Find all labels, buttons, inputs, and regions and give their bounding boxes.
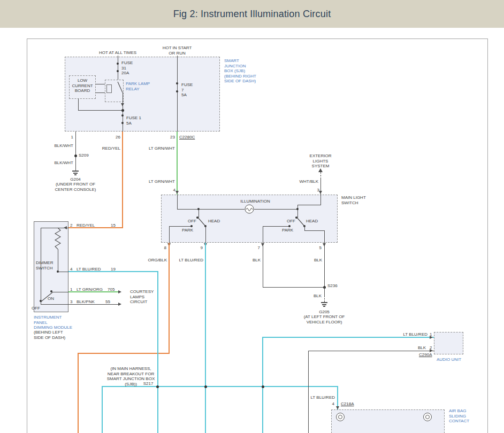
low-current-board-label: LOW CURRENT BOARD: [70, 78, 95, 94]
audio-unit-label: AUDIO UNIT: [427, 357, 470, 362]
wire-blk-audio-down: [308, 351, 309, 433]
lt-blu-red-label: LT BLU/RED: [170, 258, 203, 263]
splice-s236-label: S236: [327, 283, 343, 289]
courtesy-lamps-label: COURTESY LAMPS CIRCUIT: [130, 289, 158, 305]
wire-org-blk-vertical: [169, 243, 170, 354]
ground-g204-icon: [73, 173, 78, 174]
ground-g204-icon: [72, 171, 79, 172]
illumination-lamp-icon: [245, 204, 254, 214]
junction-dot: [204, 385, 207, 388]
wire-blk-wht: [75, 132, 76, 171]
sjb-label: SMART JUNCTION BOX (SJB) (BEHIND RIGHT S…: [224, 58, 272, 84]
fuse31-terminal-bottom: [117, 70, 119, 72]
page: Fig 2: Instrument Illumination Circuit H…: [0, 0, 504, 433]
right-off-label: OFF: [277, 219, 295, 224]
fuse7-terminal-bottom: [176, 90, 178, 92]
wire-relay-output: [123, 92, 123, 102]
wire-lt-blu-red-dimmer: [68, 271, 158, 272]
wire-dashed-link: [320, 172, 321, 179]
audio-wire-2-label: BLK: [402, 345, 426, 351]
fuse1-label: FUSE 1 5A: [126, 115, 148, 126]
lt-blu-red-bottom-label: LT BLU/RED: [297, 395, 335, 400]
wire-org-blk-down: [78, 353, 79, 433]
blk-wht-upper-label: BLK/WHT: [41, 143, 73, 149]
mls-wire: [324, 230, 325, 243]
wire-fuse7-branch: [177, 56, 178, 132]
sjb-pin-23: 23: [160, 135, 175, 140]
switch-contact-dot: [50, 290, 52, 292]
clockspring-icon: [338, 415, 342, 419]
mls-wire: [169, 226, 170, 243]
airbag-label: AIR BAG SLIDING CONTACT: [449, 408, 486, 424]
wire-blk-pin7: [263, 243, 263, 288]
lt-grn-wht-lower-label: LT GRN/WHT: [143, 179, 175, 184]
connector-c2280c: C2280C: [179, 135, 198, 140]
blk-label: BLK: [302, 258, 322, 263]
clockspring-icon: [425, 415, 430, 419]
wire-red-yel-vertical: [122, 132, 123, 228]
dimmer-on-label: ON: [48, 296, 62, 301]
figure-title-bar: Fig 2: Instrument Illumination Circuit: [0, 0, 504, 28]
offpage-arrow-right-icon: [118, 290, 121, 293]
wire-lt-grn-org: [68, 291, 118, 292]
junction-dot: [121, 109, 124, 112]
offpage-arrow-up-icon: [318, 168, 323, 172]
flow-arrow-left-icon: [64, 226, 67, 229]
flow-arrow-down-icon: [121, 103, 124, 106]
org-blk-label: ORG/BLK: [135, 258, 167, 263]
red-yel-label: RED/YEL: [88, 146, 120, 151]
right-head-label: HEAD: [306, 219, 324, 224]
relay-coil-symbol: [106, 84, 112, 93]
wire-blk-pin7-across: [263, 287, 325, 288]
switch-contact-dot: [288, 225, 291, 227]
mls-pin-8: 8: [154, 245, 166, 251]
flow-arrow-down-icon: [319, 191, 322, 194]
main-light-switch-label: MAIN LIGHT SWITCH: [341, 195, 379, 205]
dimmer-wire: [58, 249, 58, 272]
fuse7-terminal-top: [176, 82, 178, 84]
mls-wire: [263, 226, 291, 227]
wire-blk-pnk: [68, 304, 118, 305]
mls-pin-4: 4: [163, 188, 175, 193]
fuse31-terminal-top: [117, 63, 119, 65]
junction-dot: [296, 208, 299, 210]
wire-relay-to-fuse1: [123, 102, 123, 132]
fuse1-terminal-bottom: [121, 122, 124, 124]
flow-arrow-right-icon: [430, 336, 433, 339]
hot-in-start-or-run-label: HOT IN START OR RUN: [150, 45, 204, 56]
mls-wire: [320, 195, 321, 205]
wire-lcb-relay-a: [96, 84, 105, 84]
junction-dot: [197, 208, 200, 210]
wire-lcb-relay-b: [96, 92, 105, 93]
ground-g205-icon: [322, 304, 326, 305]
mls-pin-5: 5: [309, 245, 322, 251]
ground-g205-icon: [321, 302, 327, 303]
right-park-label: PARK: [282, 228, 300, 233]
left-off-label: OFF: [179, 219, 196, 224]
ground-g204-location: (UNDER FRONT OF CENTER CONSOLE): [43, 182, 108, 192]
mls-wire: [304, 226, 305, 230]
left-head-label: HEAD: [208, 219, 226, 224]
dimming-module-label: INSTRUMENT PANEL DIMMING MODULE: [34, 315, 79, 330]
junction-dot: [262, 385, 264, 388]
fuse31-label: FUSE 31 20A: [121, 60, 138, 76]
ground-g204-icon: [74, 174, 77, 175]
offpage-arrow-right-icon: [118, 303, 121, 306]
dimmer-wire: [41, 304, 68, 305]
audio-unit-box: [434, 332, 463, 354]
dimmer-switch-label: DIMMER SWITCH: [36, 260, 63, 270]
wire-org-blk-horizontal: [78, 353, 170, 354]
wire-lt-grn-wht: [177, 132, 178, 195]
exterior-lights-system-label: EXTERIOR LIGHTS SYSTEM: [299, 153, 342, 169]
wiring-diagram-canvas: HOT AT ALL TIMES HOT IN START OR RUN SMA…: [27, 38, 488, 433]
mls-pin-7: 7: [247, 245, 260, 251]
fuse1-terminal-top: [121, 114, 124, 117]
wire-blk-audio: [308, 351, 434, 351]
dimmer-off-label: OFF: [32, 306, 45, 311]
wht-blk-label: WHT/BLK: [286, 179, 318, 184]
wire-fuse31-feed: [118, 56, 118, 80]
dimmer-wire: [58, 272, 68, 272]
wire-blk-dashed: [324, 296, 325, 302]
mls-wire: [205, 226, 206, 243]
mls-pin-3: 3: [307, 188, 319, 193]
